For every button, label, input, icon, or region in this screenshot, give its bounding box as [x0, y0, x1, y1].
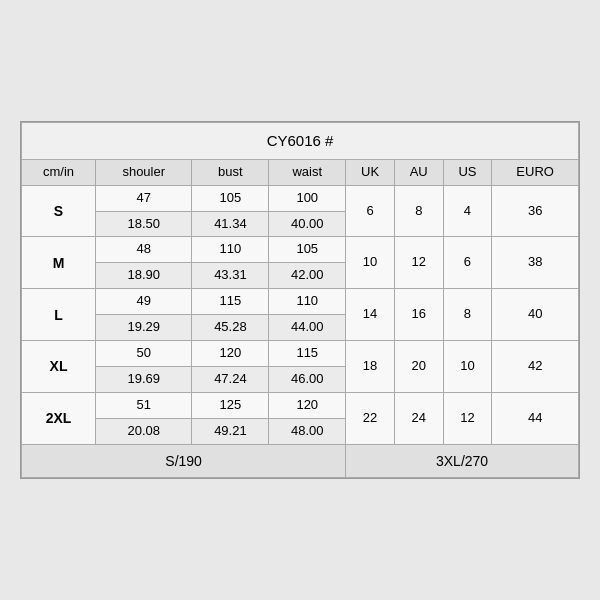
- header-uk: UK: [346, 159, 395, 185]
- xl-in-waist: 46.00: [269, 366, 346, 392]
- table-row: M 48 110 105 10 12 6 38: [22, 237, 579, 263]
- 2xl-cm-bust: 125: [192, 392, 269, 418]
- size-label: M: [22, 237, 96, 289]
- m-au: 12: [394, 237, 443, 289]
- l-in-waist: 44.00: [269, 315, 346, 341]
- header-waist: waist: [269, 159, 346, 185]
- xl-in-shouler: 19.69: [95, 366, 191, 392]
- l-cm-waist: 110: [269, 289, 346, 315]
- xl-euro: 42: [492, 340, 579, 392]
- s-euro: 36: [492, 185, 579, 237]
- l-euro: 40: [492, 289, 579, 341]
- 2xl-au: 24: [394, 392, 443, 444]
- size-chart-container: CY6016 # cm/in shouler bust waist UK AU …: [20, 121, 580, 478]
- table-row: XL 50 120 115 18 20 10 42: [22, 340, 579, 366]
- xl-au: 20: [394, 340, 443, 392]
- header-cm-in: cm/in: [22, 159, 96, 185]
- size-label: 2XL: [22, 392, 96, 444]
- xl-in-bust: 47.24: [192, 366, 269, 392]
- l-us: 8: [443, 289, 492, 341]
- m-cm-bust: 110: [192, 237, 269, 263]
- header-au: AU: [394, 159, 443, 185]
- m-cm-shouler: 48: [95, 237, 191, 263]
- l-au: 16: [394, 289, 443, 341]
- xl-cm-bust: 120: [192, 340, 269, 366]
- xl-cm-shouler: 50: [95, 340, 191, 366]
- s-cm-waist: 100: [269, 185, 346, 211]
- table-row: 2XL 51 125 120 22 24 12 44: [22, 392, 579, 418]
- 2xl-in-shouler: 20.08: [95, 418, 191, 444]
- table-row: L 49 115 110 14 16 8 40: [22, 289, 579, 315]
- s-us: 4: [443, 185, 492, 237]
- s-in-waist: 40.00: [269, 211, 346, 237]
- 2xl-uk: 22: [346, 392, 395, 444]
- footer-right: 3XL/270: [346, 444, 579, 477]
- s-in-bust: 41.34: [192, 211, 269, 237]
- s-cm-shouler: 47: [95, 185, 191, 211]
- title-row: CY6016 #: [22, 123, 579, 160]
- xl-uk: 18: [346, 340, 395, 392]
- size-label: L: [22, 289, 96, 341]
- m-cm-waist: 105: [269, 237, 346, 263]
- header-euro: EURO: [492, 159, 579, 185]
- table-row: S 47 105 100 6 8 4 36: [22, 185, 579, 211]
- xl-cm-waist: 115: [269, 340, 346, 366]
- s-au: 8: [394, 185, 443, 237]
- l-in-bust: 45.28: [192, 315, 269, 341]
- l-cm-shouler: 49: [95, 289, 191, 315]
- footer-left: S/190: [22, 444, 346, 477]
- header-shouler: shouler: [95, 159, 191, 185]
- s-uk: 6: [346, 185, 395, 237]
- header-row: cm/in shouler bust waist UK AU US EURO: [22, 159, 579, 185]
- s-cm-bust: 105: [192, 185, 269, 211]
- s-in-shouler: 18.50: [95, 211, 191, 237]
- size-label: S: [22, 185, 96, 237]
- 2xl-cm-waist: 120: [269, 392, 346, 418]
- l-uk: 14: [346, 289, 395, 341]
- l-cm-bust: 115: [192, 289, 269, 315]
- 2xl-in-waist: 48.00: [269, 418, 346, 444]
- m-us: 6: [443, 237, 492, 289]
- m-in-bust: 43.31: [192, 263, 269, 289]
- header-us: US: [443, 159, 492, 185]
- 2xl-in-bust: 49.21: [192, 418, 269, 444]
- m-euro: 38: [492, 237, 579, 289]
- l-in-shouler: 19.29: [95, 315, 191, 341]
- chart-title: CY6016 #: [22, 123, 579, 160]
- m-in-shouler: 18.90: [95, 263, 191, 289]
- header-bust: bust: [192, 159, 269, 185]
- 2xl-cm-shouler: 51: [95, 392, 191, 418]
- footer-row: S/190 3XL/270: [22, 444, 579, 477]
- m-in-waist: 42.00: [269, 263, 346, 289]
- xl-us: 10: [443, 340, 492, 392]
- 2xl-us: 12: [443, 392, 492, 444]
- size-label: XL: [22, 340, 96, 392]
- 2xl-euro: 44: [492, 392, 579, 444]
- m-uk: 10: [346, 237, 395, 289]
